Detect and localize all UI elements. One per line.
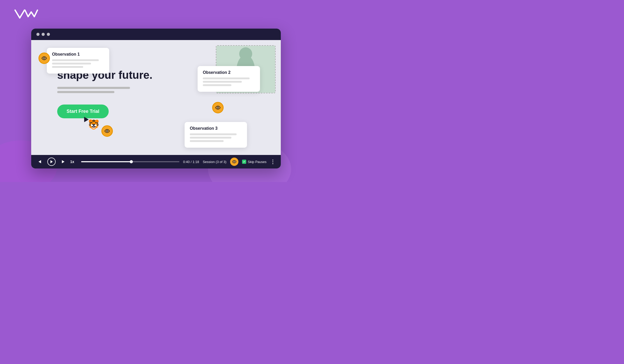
svg-point-3	[217, 107, 218, 108]
skip-pauses-checkbox[interactable]	[242, 160, 246, 164]
observation-card-3: Observation 3	[185, 122, 247, 148]
playback-time: 0:40 / 1:18	[183, 160, 199, 164]
skip-pauses-control[interactable]: Skip Pauses	[242, 160, 266, 164]
next-button[interactable]	[60, 159, 67, 165]
eye-icon-2[interactable]	[212, 102, 224, 113]
obs-1-line-3	[52, 66, 83, 68]
obs-3-line-1	[190, 133, 237, 135]
svg-marker-6	[38, 160, 41, 163]
svg-point-1	[44, 58, 45, 59]
svg-marker-8	[62, 160, 64, 163]
observation-card-2: Observation 2	[198, 66, 260, 92]
progress-thumb	[130, 160, 133, 163]
obs-1-line-1	[52, 59, 99, 61]
playback-bar: 1x 0:40 / 1:18 Session (3 of 3)	[31, 155, 281, 168]
browser-window: ir mind, shape your future. Start Free T…	[31, 29, 281, 168]
obs-1-line-2	[52, 63, 91, 64]
obs-2-line-2	[203, 81, 242, 83]
browser-dot-1	[36, 33, 40, 36]
observation-card-1: Observation 1	[47, 48, 109, 74]
browser-titlebar	[31, 29, 281, 40]
subline-2	[57, 91, 114, 93]
svg-point-10	[234, 161, 235, 162]
obs-2-line-3	[203, 84, 231, 86]
tiger-emoji: 🐯	[88, 119, 100, 130]
progress-bar[interactable]	[81, 161, 179, 162]
cta-button[interactable]: Start Free Trial	[57, 105, 109, 118]
browser-dot-3	[47, 33, 50, 36]
svg-marker-7	[50, 160, 53, 163]
obs-3-line-3	[190, 140, 224, 142]
skip-pauses-label: Skip Pauses	[248, 160, 266, 164]
play-circle	[47, 158, 56, 166]
session-label: Session (3 of 3)	[203, 160, 226, 164]
eye-icon-3[interactable]	[101, 125, 113, 137]
playback-eye-icon[interactable]	[230, 158, 238, 166]
browser-content: ir mind, shape your future. Start Free T…	[31, 40, 281, 155]
obs-2-line-1	[203, 77, 250, 79]
time-total: 1:18	[192, 160, 199, 164]
more-menu-button[interactable]: ⋮	[270, 159, 276, 165]
svg-point-5	[107, 131, 108, 132]
play-button[interactable]	[46, 157, 57, 167]
obs-1-title: Observation 1	[52, 52, 104, 57]
obs-3-title: Observation 3	[190, 126, 242, 131]
vwo-logo	[12, 9, 38, 21]
playback-speed[interactable]: 1x	[70, 160, 77, 164]
browser-dot-2	[42, 33, 45, 36]
obs-3-line-2	[190, 137, 231, 139]
subline-1	[57, 87, 130, 89]
prev-button[interactable]	[36, 159, 43, 165]
obs-2-title: Observation 2	[203, 70, 255, 75]
eye-icon-1[interactable]	[38, 53, 50, 64]
progress-fill	[81, 161, 131, 162]
time-current: 0:40	[183, 160, 190, 164]
webpage-sublines	[57, 87, 130, 93]
